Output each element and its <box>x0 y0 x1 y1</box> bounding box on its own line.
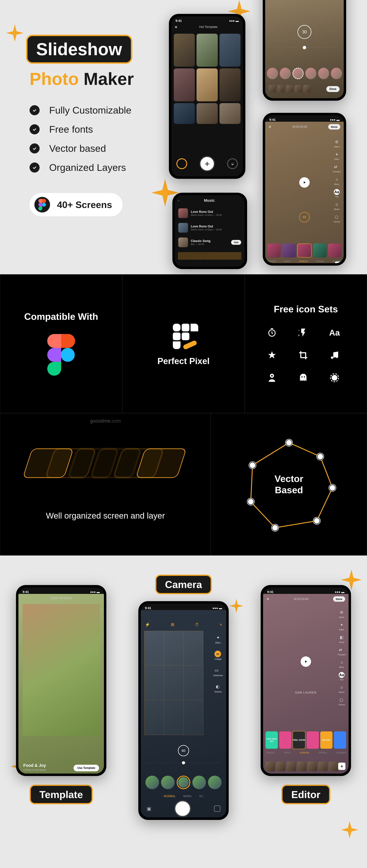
template-thumbnail[interactable] <box>174 34 195 67</box>
svg-rect-7 <box>182 333 190 340</box>
camera-icon[interactable]: ◉ <box>175 25 177 29</box>
shutter-button[interactable] <box>174 800 191 817</box>
template-thumbnail[interactable] <box>174 103 195 124</box>
close-icon[interactable]: × <box>220 622 222 627</box>
preset-card[interactable]: MY DAY <box>320 732 333 749</box>
preset-card[interactable]: Let's have fun <box>265 732 278 749</box>
clip-thumb[interactable] <box>303 85 311 92</box>
adjust-tool[interactable]: ⚙Adjust <box>339 610 345 618</box>
add-button[interactable]: + <box>199 156 215 172</box>
template-thumbnail[interactable] <box>220 34 241 67</box>
play-button[interactable] <box>299 177 310 188</box>
sticker-tool[interactable]: ☺Sticker <box>339 684 345 693</box>
exposure-slider[interactable] <box>269 44 340 51</box>
timer-icon[interactable]: ⏱ <box>195 622 199 627</box>
filter-thumb[interactable] <box>280 68 291 79</box>
use-button[interactable]: Use <box>231 240 241 245</box>
transition-tool[interactable]: ⇄Transition <box>337 647 346 656</box>
music-tool[interactable]: ♫Music <box>334 177 340 185</box>
preset-card[interactable] <box>307 732 319 749</box>
clip-thumb[interactable] <box>295 85 302 92</box>
preset-tool[interactable]: ◧Preset <box>339 634 345 643</box>
clip-thumb[interactable] <box>286 85 293 92</box>
sticker-tool[interactable]: ☺Sticker <box>334 202 340 210</box>
filter-thumb[interactable] <box>177 776 190 789</box>
phone-mockups: 9:41●●● ▬ ◉ Hot Template <box>169 0 360 274</box>
template-thumbnail[interactable] <box>197 34 218 67</box>
clip-thumb[interactable] <box>276 762 286 771</box>
profile-button[interactable]: ◒ <box>227 158 238 169</box>
clip-thumb[interactable] <box>308 762 317 771</box>
filter-thumb[interactable] <box>292 68 304 79</box>
filter-thumb[interactable] <box>331 68 342 79</box>
text-tool[interactable]: AaText <box>334 189 340 198</box>
music-track[interactable]: Classic SongBen — 00:45 Use <box>175 235 245 250</box>
done-button[interactable]: Done <box>333 596 345 602</box>
filter-thumb[interactable] <box>145 776 159 789</box>
play-button[interactable] <box>301 656 311 667</box>
feature-item: Organized Layers <box>30 162 165 173</box>
preset-card[interactable] <box>297 244 312 257</box>
svg-point-0 <box>42 203 46 207</box>
effect-tool[interactable]: ✦Effect <box>339 622 345 631</box>
clip-thumb[interactable] <box>277 85 285 92</box>
effect-tool[interactable]: ✦Effect <box>334 152 340 160</box>
clip-thumb[interactable] <box>286 762 296 771</box>
preset-card[interactable] <box>279 732 291 749</box>
done-button[interactable]: Done <box>326 86 340 92</box>
add-clip-button[interactable]: + <box>338 763 345 770</box>
filter-thumb[interactable] <box>208 776 222 789</box>
template-thumbnail[interactable] <box>220 68 241 101</box>
layers-vector-section: gooodme.com Well organized screen and la… <box>0 413 367 556</box>
back-icon[interactable]: ‹ <box>178 199 179 202</box>
clip-thumb[interactable] <box>269 85 276 92</box>
template-thumbnail[interactable] <box>220 103 241 124</box>
transition-tool[interactable]: ⇄Transition <box>333 164 341 173</box>
close-icon[interactable]: × <box>269 124 271 129</box>
music-tool[interactable]: ♫Music <box>339 659 345 668</box>
preset-card[interactable] <box>334 732 346 749</box>
svg-rect-8 <box>182 340 197 350</box>
music-track[interactable]: Love Runs OutMartin Garrix, G-Eazy — 00:… <box>175 220 245 235</box>
filter-thumb[interactable] <box>305 68 316 79</box>
feature-item: Vector based <box>30 143 165 154</box>
filter-thumb[interactable] <box>267 68 278 79</box>
preset-card[interactable] <box>267 244 281 257</box>
filter-thumb[interactable] <box>192 776 206 789</box>
filter-thumb[interactable] <box>161 776 175 789</box>
template-thumbnail[interactable] <box>174 68 195 101</box>
switch-camera[interactable] <box>214 806 220 812</box>
music-track[interactable]: Love Runs OutMartin Garrix, G-Eazy — 00:… <box>175 206 245 220</box>
text-tool[interactable]: AaText <box>339 672 345 681</box>
grid-icon[interactable]: ⊞ <box>171 622 174 627</box>
effect-tool[interactable]: ✦Effect <box>215 634 221 644</box>
pixel-cell: Perfect Pixel <box>122 274 245 413</box>
waveform[interactable] <box>178 252 241 260</box>
figma-logo-icon <box>47 334 75 376</box>
flash-icon[interactable]: ⚡ <box>145 622 150 627</box>
slowmo-tool[interactable]: ◐Slowmo <box>214 683 222 693</box>
record-ring-button[interactable] <box>176 158 187 169</box>
add-clip-button[interactable]: + <box>335 261 341 263</box>
done-button[interactable]: Done <box>328 124 340 129</box>
adjust-tool[interactable]: ⚙Adjust <box>334 139 340 148</box>
preset-card[interactable] <box>328 244 342 257</box>
use-template-button[interactable]: Use Template <box>74 765 99 771</box>
template-thumbnail[interactable] <box>197 68 218 101</box>
clip-thumb[interactable] <box>318 762 328 771</box>
preset-card[interactable]: FEEL GOOD <box>293 732 305 749</box>
preset-card[interactable] <box>282 244 296 257</box>
close-icon[interactable]: × <box>266 596 269 602</box>
template-thumbnail[interactable] <box>197 103 218 124</box>
collage-tool[interactable]: ∞Collage <box>215 651 222 660</box>
clip-thumb[interactable] <box>329 762 338 771</box>
clip-thumb[interactable] <box>265 762 275 771</box>
filter-thumb[interactable] <box>318 68 329 79</box>
gallery-icon[interactable]: ▣ <box>147 806 151 812</box>
clip-thumb[interactable] <box>297 762 307 771</box>
check-icon <box>30 105 39 115</box>
slideshow-tool[interactable]: ▭Slideshow <box>213 667 223 677</box>
canvas-tool[interactable]: ▢Canvas <box>338 697 345 706</box>
canvas-tool[interactable]: ▢Canvas <box>334 214 340 223</box>
preset-card[interactable] <box>313 244 327 257</box>
